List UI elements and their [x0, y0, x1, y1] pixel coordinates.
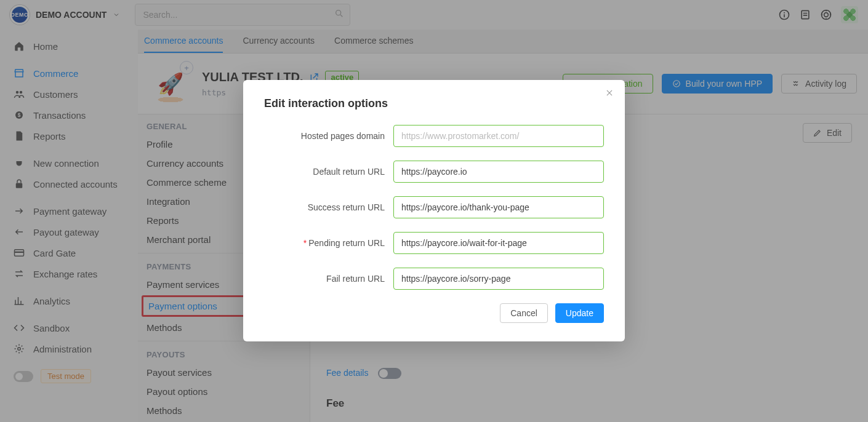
- success-return-input[interactable]: [393, 196, 604, 218]
- success-return-label: Success return URL: [264, 202, 393, 212]
- default-return-input[interactable]: [393, 161, 604, 183]
- close-icon[interactable]: [605, 89, 614, 97]
- cancel-button[interactable]: Cancel: [500, 303, 548, 323]
- fail-return-input[interactable]: [393, 268, 604, 290]
- hosted-domain-input[interactable]: [393, 125, 604, 147]
- required-mark: *: [303, 238, 307, 248]
- fail-return-label: Fail return URL: [264, 274, 393, 284]
- edit-interaction-options-modal: Edit interaction options Hosted pages do…: [243, 80, 625, 341]
- update-button[interactable]: Update: [555, 303, 604, 323]
- pending-return-input[interactable]: [393, 232, 604, 254]
- default-return-label: Default return URL: [264, 167, 393, 177]
- hosted-domain-label: Hosted pages domain: [264, 131, 393, 141]
- pending-return-label: *Pending return URL: [264, 238, 393, 248]
- modal-overlay[interactable]: Edit interaction options Hosted pages do…: [0, 0, 868, 422]
- modal-title: Edit interaction options: [264, 97, 604, 110]
